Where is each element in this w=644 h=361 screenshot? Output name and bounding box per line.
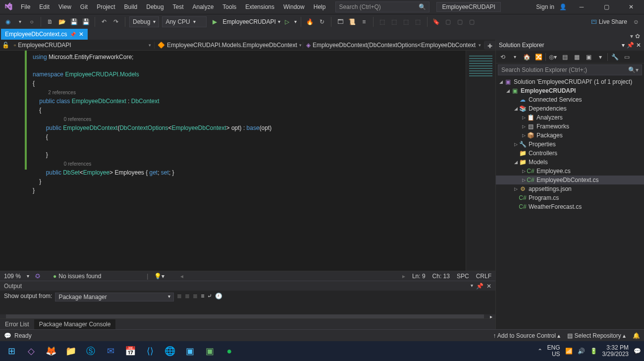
tab-pmc[interactable]: Package Manager Console: [34, 319, 116, 329]
open-icon[interactable]: 📂: [57, 17, 67, 27]
close-tab-icon[interactable]: ✕: [79, 31, 84, 38]
tray-chevron-icon[interactable]: ⌃: [537, 348, 542, 355]
nav-member[interactable]: ◈EmployeeDbContext(DbContextOptions<Empl…: [303, 42, 484, 49]
document-tab-active[interactable]: EmployeeDbContext.cs 📌 ✕: [1, 29, 88, 40]
tabs-settings-icon[interactable]: ✿: [635, 33, 640, 40]
solution-tree[interactable]: ◢▣Solution 'EmployeeCRUDAPI' (1 of 1 pro…: [496, 76, 644, 329]
bookmark-icon[interactable]: 🔖: [431, 17, 441, 27]
split-editor-icon[interactable]: ✚: [484, 41, 495, 50]
window-minimize[interactable]: ─: [572, 0, 591, 14]
menu-tools[interactable]: Tools: [218, 1, 240, 12]
tree-appsettings[interactable]: appsettings.json: [529, 185, 572, 192]
tray-notification-icon[interactable]: 💬: [634, 348, 641, 355]
nav-track-icon[interactable]: 🔓: [0, 42, 11, 49]
tree-dbcontext-cs[interactable]: EmployeeDbContext.cs: [537, 177, 598, 183]
issues-text[interactable]: No issues found: [58, 273, 101, 280]
se-view2-icon[interactable]: ▾: [595, 52, 605, 62]
taskbar-vscode-icon[interactable]: ⟨⟩: [142, 343, 159, 360]
se-collapse-icon[interactable]: ▣: [584, 52, 593, 62]
start-debug-icon[interactable]: ▶: [210, 17, 219, 27]
sign-in-button[interactable]: Sign in: [536, 3, 554, 10]
taskbar-mail-icon[interactable]: ✉: [102, 343, 119, 360]
menu-file[interactable]: File: [17, 1, 34, 12]
zoom-level[interactable]: 109 %: [4, 273, 21, 280]
menu-project[interactable]: Project: [93, 1, 119, 12]
taskbar-chrome-icon[interactable]: 🌐: [161, 343, 178, 360]
redo-icon[interactable]: ↷: [111, 17, 121, 27]
menu-edit[interactable]: Edit: [35, 1, 54, 12]
tree-dependencies[interactable]: Dependencies: [529, 105, 567, 112]
output-dropdown-icon[interactable]: ▾: [471, 283, 473, 290]
step-icon[interactable]: ≡: [359, 17, 369, 27]
window-close[interactable]: ✕: [621, 0, 641, 14]
config-dropdown[interactable]: Debug▾: [129, 16, 159, 27]
solexp-close-icon[interactable]: ✕: [636, 42, 641, 49]
notifications-icon[interactable]: 🔔: [633, 332, 640, 339]
se-filter-icon[interactable]: ▤: [560, 52, 570, 62]
menu-test[interactable]: Test: [169, 1, 188, 12]
taskbar-skype-icon[interactable]: Ⓢ: [82, 343, 99, 360]
tab-error-list[interactable]: Error List: [0, 319, 34, 329]
menu-view[interactable]: View: [54, 1, 75, 12]
new-project-icon[interactable]: 🗎: [45, 17, 55, 27]
tree-solution[interactable]: Solution 'EmployeeCRUDAPI' (1 of 1 proje…: [514, 78, 632, 85]
menu-analyze[interactable]: Analyze: [189, 1, 218, 12]
undo-icon[interactable]: ↶: [99, 17, 109, 27]
output-pin-icon[interactable]: 📌: [476, 283, 483, 290]
tree-weather-cs[interactable]: WeatherForecast.cs: [529, 203, 582, 210]
health-icon[interactable]: ✪: [35, 273, 40, 280]
script-icon[interactable]: 📜: [347, 17, 357, 27]
output-hscrollbar[interactable]: [6, 314, 484, 318]
nav-forward-icon[interactable]: ○: [27, 17, 37, 27]
code-editor[interactable]: using Microsoft.EntityFrameworkCore; nam…: [0, 51, 495, 271]
menu-window[interactable]: Window: [279, 1, 309, 12]
feedback-icon[interactable]: ☺: [631, 17, 641, 27]
run-target[interactable]: EmployeeCRUDAPI: [222, 18, 275, 25]
output-source-dropdown[interactable]: Package Manager▾: [55, 293, 174, 301]
taskbar-calendar-icon[interactable]: 📅: [122, 343, 139, 360]
platform-dropdown[interactable]: Any CPU▾: [162, 16, 207, 27]
se-sync-icon[interactable]: ◎▾: [548, 52, 558, 62]
tree-connected-services[interactable]: Connected Services: [529, 96, 582, 103]
menu-debug[interactable]: Debug: [142, 1, 167, 12]
tree-packages[interactable]: Packages: [537, 132, 563, 139]
minimap[interactable]: [466, 51, 495, 271]
tree-controllers[interactable]: Controllers: [529, 150, 557, 157]
se-back-dd[interactable]: ▾: [510, 52, 520, 62]
pin-icon[interactable]: 📌: [70, 32, 76, 37]
line-indicator[interactable]: Ln: 9: [412, 273, 426, 280]
tabs-dropdown-icon[interactable]: ▾: [630, 33, 633, 40]
start-button[interactable]: ⊞: [3, 343, 20, 360]
nav-class[interactable]: 🔶EmployeeCRUDAPI.Models.EmployeeDbContex…: [155, 42, 303, 49]
solexp-dropdown-icon[interactable]: ▾: [622, 42, 625, 49]
zoom-dropdown[interactable]: ▾: [27, 273, 29, 279]
taskbar-firefox-icon[interactable]: 🦊: [43, 343, 59, 360]
taskbar-app1-icon[interactable]: ▣: [181, 343, 198, 360]
add-source-control[interactable]: ↑ Add to Source Control ▴: [493, 332, 560, 339]
tree-employee-cs[interactable]: Employee.cs: [537, 168, 571, 175]
solexp-search[interactable]: Search Solution Explorer (Ctrl+;) 🔍▾: [498, 64, 642, 75]
se-showall-icon[interactable]: ▦: [572, 52, 582, 62]
window-maximize[interactable]: ▢: [596, 0, 616, 14]
menu-help[interactable]: Help: [310, 1, 330, 12]
back-icon[interactable]: ◉: [3, 17, 13, 27]
tray-clock[interactable]: 3:32 PM3/29/2023: [602, 345, 629, 358]
wrap-output-icon[interactable]: ⤶: [207, 293, 212, 300]
tree-frameworks[interactable]: Frameworks: [537, 123, 569, 130]
global-search[interactable]: Search (Ctrl+Q) 🔍: [335, 1, 429, 12]
tree-analyzers[interactable]: Analyzers: [537, 114, 563, 121]
solexp-pin-icon[interactable]: 📌: [627, 42, 634, 49]
tree-properties[interactable]: Properties: [529, 141, 556, 148]
tree-project[interactable]: EmployeeCRUDAPI: [521, 87, 576, 94]
tree-program-cs[interactable]: Program.cs: [529, 194, 559, 201]
lightbulb-icon[interactable]: 💡▾: [154, 273, 164, 280]
se-preview-icon[interactable]: ▭: [622, 52, 632, 62]
tray-wifi-icon[interactable]: 📶: [565, 348, 573, 355]
forward-icon[interactable]: ▾: [15, 17, 25, 27]
tray-battery-icon[interactable]: 🔋: [590, 348, 597, 355]
refresh-icon[interactable]: ↻: [317, 17, 327, 27]
lineend-indicator[interactable]: CRLF: [476, 273, 491, 280]
select-repository[interactable]: ▤ Select Repository ▴: [567, 332, 626, 339]
se-home-icon[interactable]: 🏠: [522, 52, 532, 62]
tray-volume-icon[interactable]: 🔊: [578, 348, 585, 355]
